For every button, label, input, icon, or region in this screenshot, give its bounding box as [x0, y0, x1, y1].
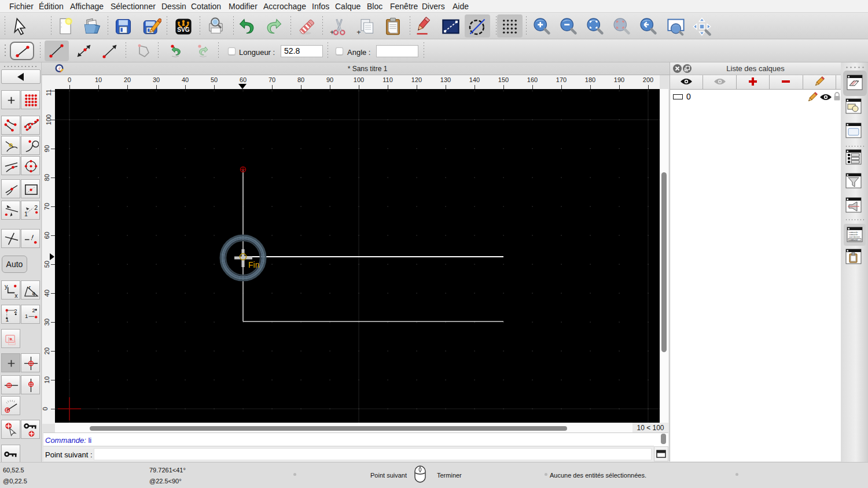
- svg-text:1: 1: [6, 316, 9, 323]
- svg-text:!: !: [30, 233, 35, 242]
- svg-text:x: x: [14, 292, 18, 298]
- svg-text:SVG: SVG: [177, 27, 190, 33]
- svg-text:Fin: Fin: [248, 260, 259, 269]
- svg-text:+: +: [356, 28, 361, 36]
- svg-text:1: 1: [25, 313, 28, 319]
- svg-text:Coordonnee: Coordonnee: [849, 236, 860, 238]
- svg-text:2: 2: [34, 204, 38, 211]
- svg-text:command: command: [849, 239, 858, 241]
- svg-text:r: r: [29, 284, 31, 290]
- svg-text:1: 1: [24, 210, 28, 217]
- svg-text:2: 2: [32, 307, 35, 313]
- svg-text:2: 2: [14, 308, 17, 314]
